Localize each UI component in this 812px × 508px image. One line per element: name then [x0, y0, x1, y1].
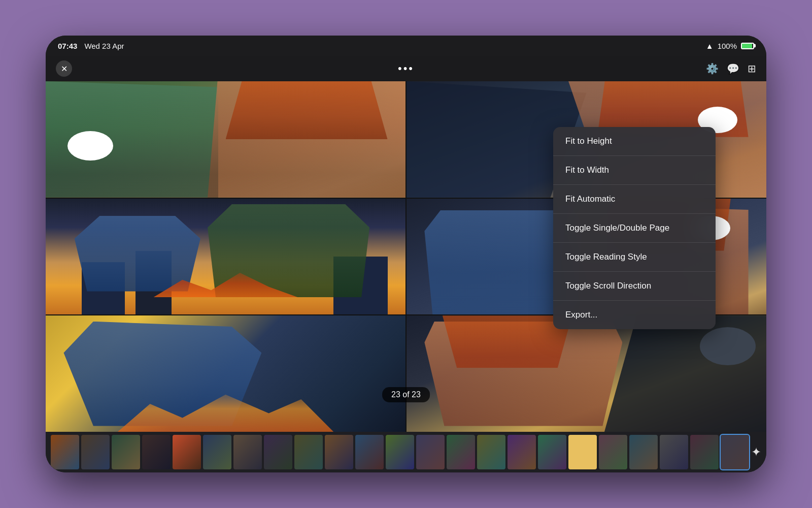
- thumbnail-6[interactable]: [203, 435, 231, 469]
- thumbnail-15[interactable]: [477, 435, 505, 469]
- page-counter: 23 of 23: [382, 387, 430, 402]
- thumbnail-strip: ✦ 1 ↩: [46, 432, 766, 472]
- dropdown-menu: Fit to HeightFit to WidthFit AutomaticTo…: [553, 127, 716, 329]
- close-icon: ✕: [61, 64, 67, 74]
- thumbnail-1[interactable]: [51, 435, 79, 469]
- comic-panel-6: [407, 315, 766, 432]
- thumbnail-16[interactable]: [507, 435, 536, 469]
- thumbnail-21[interactable]: [660, 435, 688, 469]
- nav-center: •••: [157, 62, 655, 75]
- share-icon[interactable]: 💬: [727, 62, 739, 75]
- close-button[interactable]: ✕: [56, 60, 72, 77]
- status-bar: 07:43 Wed 23 Apr ▲ 100%: [46, 36, 766, 56]
- thumbnail-23[interactable]: [721, 435, 749, 469]
- grid-icon[interactable]: ⊞: [748, 62, 756, 75]
- thumbnail-22[interactable]: [690, 435, 719, 469]
- thumbnail-13[interactable]: [416, 435, 445, 469]
- thumbnail-20[interactable]: [629, 435, 658, 469]
- menu-item-fit-to-height[interactable]: Fit to Height: [553, 127, 716, 156]
- tablet-frame: 07:43 Wed 23 Apr ▲ 100% ✕ •••: [46, 36, 766, 472]
- thumbnail-8[interactable]: [264, 435, 292, 469]
- thumbnail-2[interactable]: [81, 435, 110, 469]
- thumbnail-7[interactable]: [233, 435, 262, 469]
- settings-icon[interactable]: ⚙️: [706, 62, 719, 75]
- thumbnail-12[interactable]: [386, 435, 414, 469]
- thumbnail-5[interactable]: [173, 435, 201, 469]
- thumbnail-11[interactable]: [355, 435, 384, 469]
- thumbnail-10[interactable]: [325, 435, 353, 469]
- comic-panel-3: [46, 199, 405, 315]
- thumbnail-9[interactable]: [294, 435, 323, 469]
- menu-item-fit-to-width[interactable]: Fit to Width: [553, 156, 716, 185]
- status-time: 07:43: [58, 42, 77, 50]
- main-content: 23 of 23 Fit to HeightFit to WidthFit Au…: [46, 81, 766, 432]
- speech-bubble-1: [67, 131, 113, 161]
- menu-item-fit-automatic[interactable]: Fit Automatic: [553, 185, 716, 214]
- status-date: Wed 23 Apr: [84, 42, 124, 50]
- thumbnail-19[interactable]: [599, 435, 627, 469]
- thumbnail-18[interactable]: [568, 435, 597, 469]
- menu-item-toggle-reading-style[interactable]: Toggle Reading Style: [553, 243, 716, 272]
- tablet-screen: 07:43 Wed 23 Apr ▲ 100% ✕ •••: [46, 36, 766, 472]
- nav-left: ✕: [56, 60, 157, 77]
- status-right: ▲ 100%: [706, 42, 754, 50]
- battery-icon: [741, 43, 754, 49]
- menu-item-toggle-scroll-direction[interactable]: Toggle Scroll Direction: [553, 272, 716, 301]
- thumbnail-3[interactable]: [112, 435, 140, 469]
- sparkle-button[interactable]: ✦: [751, 445, 761, 459]
- thumbnail-14[interactable]: [447, 435, 475, 469]
- menu-item-export[interactable]: Export...: [553, 301, 716, 329]
- comic-panel-1: [46, 81, 405, 198]
- comic-panel-5: [46, 315, 405, 432]
- wifi-icon: ▲: [706, 42, 714, 50]
- nav-dots: •••: [398, 62, 414, 75]
- menu-item-toggle-single-double[interactable]: Toggle Single/Double Page: [553, 214, 716, 243]
- thumbnail-4[interactable]: [142, 435, 171, 469]
- battery-percent: 100%: [718, 42, 737, 50]
- nav-right: ⚙️ 💬 ⊞: [655, 62, 756, 75]
- nav-bar: ✕ ••• ⚙️ 💬 ⊞: [46, 56, 766, 81]
- strip-actions: ✦ 1 ↩: [751, 445, 766, 459]
- thumbnail-17[interactable]: [538, 435, 566, 469]
